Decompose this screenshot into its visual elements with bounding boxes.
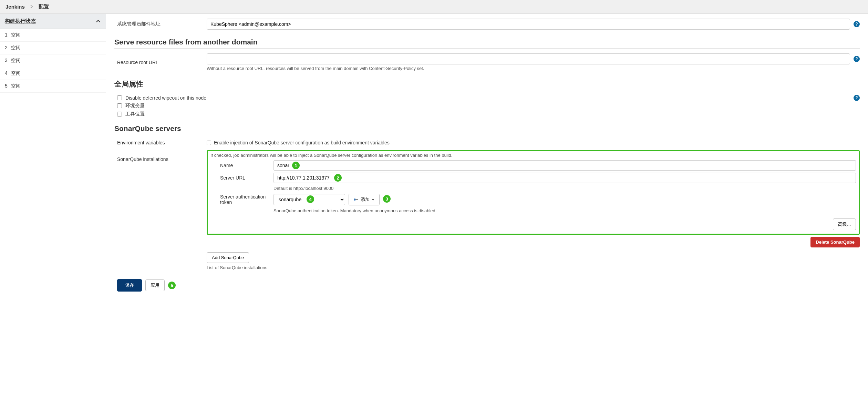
executor-list: 1空闲 2空闲 3空闲 4空闲 5空闲 xyxy=(0,29,106,93)
admin-email-label: 系统管理员邮件地址 xyxy=(114,21,204,27)
enable-injection-checkbox[interactable] xyxy=(207,141,211,145)
help-icon[interactable]: ? xyxy=(854,21,860,27)
sonar-install-label: SonarQube installations xyxy=(114,150,204,162)
help-icon[interactable]: ? xyxy=(854,95,860,101)
sonarqube-heading: SonarQube servers xyxy=(114,124,860,135)
resource-root-hint: Without a resource root URL, resources w… xyxy=(207,66,860,71)
list-item[interactable]: 3空闲 xyxy=(0,54,106,67)
callout-2: 2 xyxy=(334,174,342,182)
enable-injection-label: Enable injection of SonarQube server con… xyxy=(214,140,390,145)
env-variables-label: Environment variables xyxy=(114,140,204,145)
sonar-url-label: Server URL xyxy=(210,175,271,181)
chevron-up-icon xyxy=(95,19,101,24)
callout-4: 4 xyxy=(307,195,314,203)
sonar-hint-top: If checked, job administrators will be a… xyxy=(210,153,856,158)
chevron-right-icon xyxy=(30,4,33,9)
breadcrumb: Jenkins 配置 xyxy=(0,0,868,14)
list-item[interactable]: 2空闲 xyxy=(0,42,106,54)
key-icon xyxy=(354,198,359,201)
env-vars-label: 环境变量 xyxy=(125,103,145,109)
tool-locations-label: 工具位置 xyxy=(125,111,145,117)
sonar-list-hint: List of SonarQube installations xyxy=(207,265,860,270)
add-sonarqube-button[interactable]: Add SonarQube xyxy=(207,252,249,263)
disable-wipeout-checkbox[interactable] xyxy=(117,95,122,100)
callout-1: 1 xyxy=(292,162,300,169)
callout-3: 3 xyxy=(383,195,391,203)
resource-root-label: Resource root URL xyxy=(114,60,204,65)
env-vars-checkbox[interactable] xyxy=(117,103,122,108)
tool-locations-checkbox[interactable] xyxy=(117,112,122,116)
list-item[interactable]: 1空闲 xyxy=(0,29,106,42)
sonar-url-hint: Default is http://localhost:9000 xyxy=(273,186,856,191)
sidebar-header[interactable]: 构建执行状态 xyxy=(0,14,106,29)
list-item[interactable]: 5空闲 xyxy=(0,80,106,93)
add-credentials-button[interactable]: 添加 xyxy=(349,194,380,205)
admin-email-input[interactable] xyxy=(207,19,850,30)
sonar-name-input[interactable] xyxy=(273,160,856,171)
list-item[interactable]: 4空闲 xyxy=(0,67,106,80)
disable-wipeout-label: Disable deferred wipeout on this node xyxy=(125,95,206,101)
sidebar: 构建执行状态 1空闲 2空闲 3空闲 4空闲 5空闲 xyxy=(0,14,106,396)
global-props-heading: 全局属性 xyxy=(114,79,860,91)
caret-down-icon xyxy=(372,199,374,201)
sidebar-title: 构建执行状态 xyxy=(5,18,36,24)
sonar-token-hint: SonarQube authentication token. Mandator… xyxy=(273,208,856,213)
help-icon[interactable]: ? xyxy=(854,56,860,62)
delete-sonarqube-button[interactable]: Delete SonarQube xyxy=(810,237,860,247)
sonar-name-label: Name xyxy=(210,163,271,168)
serve-resource-heading: Serve resource files from another domain xyxy=(114,38,860,49)
sonar-url-input[interactable] xyxy=(273,173,856,183)
advanced-button[interactable]: 高级... xyxy=(833,218,856,230)
callout-5: 5 xyxy=(168,282,176,289)
breadcrumb-current[interactable]: 配置 xyxy=(39,3,49,10)
apply-button[interactable]: 应用 xyxy=(145,279,165,291)
save-button[interactable]: 保存 xyxy=(117,279,142,292)
sonar-install-block: If checked, job administrators will be a… xyxy=(207,150,860,235)
main-content: 系统管理员邮件地址 ? Serve resource files from an… xyxy=(106,14,868,396)
sonar-token-label: Server authentication token xyxy=(210,194,271,205)
breadcrumb-root[interactable]: Jenkins xyxy=(6,4,25,10)
resource-root-input[interactable] xyxy=(207,53,850,64)
